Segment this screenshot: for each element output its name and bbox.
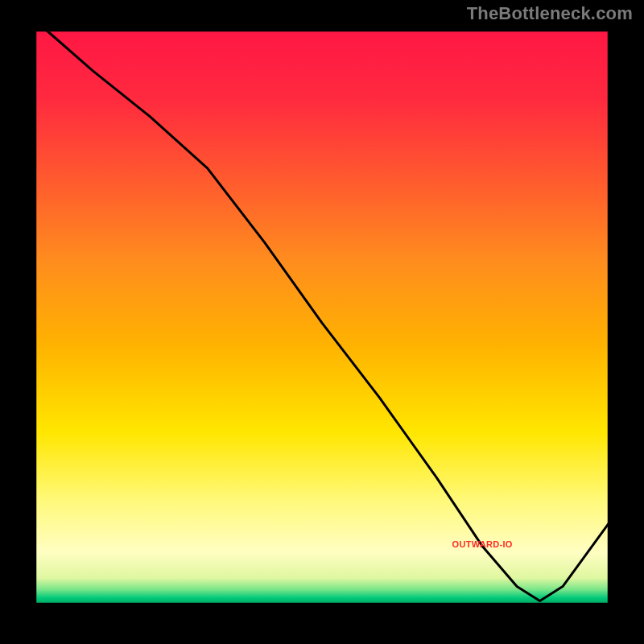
- plot-frame: OUTWARD-IO: [32, 27, 612, 607]
- chart-stage: TheBottleneck.com OUTWARD-IO: [0, 0, 644, 644]
- difficulty-band-label: OUTWARD-IO: [452, 539, 513, 549]
- watermark-text: TheBottleneck.com: [467, 3, 633, 24]
- plot-svg: [32, 27, 612, 607]
- svg-rect-0: [35, 31, 609, 604]
